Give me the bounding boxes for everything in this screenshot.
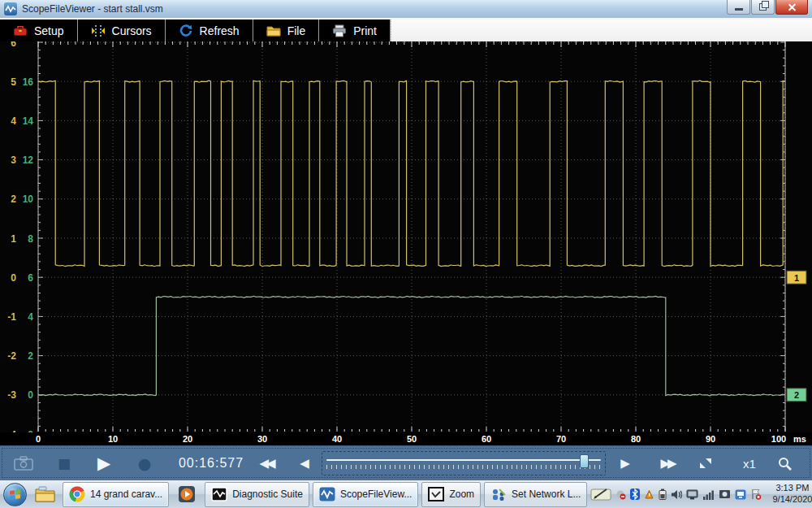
ch2-scale-label: 12 — [23, 154, 34, 166]
ch1-scale-label: 6 — [11, 41, 16, 49]
windows-logo-icon — [10, 489, 20, 500]
cursors-icon — [91, 24, 106, 37]
ch2-scale-label: 0 — [28, 389, 33, 401]
step-back-icon: ◀ — [300, 458, 309, 470]
taskbar: 14 grand carav... Diagnostic Suite Scope… — [0, 480, 812, 508]
record-button[interactable]: ● — [130, 446, 159, 480]
battery-icon[interactable] — [659, 488, 667, 500]
time-axis-unit: ms — [793, 434, 806, 444]
taskbar-button-network[interactable]: Set Network L... — [484, 482, 587, 507]
taskbar-label-zoom: Zoom — [449, 488, 474, 500]
clock-time: 3:13 PM — [772, 483, 812, 494]
slider-thumb[interactable] — [580, 454, 589, 468]
time-tick-label: 10 — [108, 434, 118, 444]
screen-capture-icon[interactable] — [719, 489, 731, 499]
step-forward-icon: ▶ — [620, 458, 630, 470]
signal-strength-icon[interactable] — [702, 489, 715, 500]
taskbar-button-chrome[interactable]: 14 grand carav... — [63, 482, 169, 507]
minimize-button[interactable] — [727, 0, 750, 15]
zoom-app-icon — [428, 487, 444, 501]
start-button[interactable] — [3, 483, 27, 506]
record-icon: ● — [138, 456, 152, 471]
ch1-scale-label: 2 — [11, 193, 16, 205]
zoom-factor[interactable]: x1 — [735, 446, 764, 480]
diagnostic-suite-icon — [211, 487, 227, 501]
snapshot-button[interactable] — [10, 446, 37, 480]
print-button[interactable]: Print — [319, 20, 391, 41]
toolbar-group: Setup Cursors Refresh — [0, 20, 391, 41]
zoom-tool-button[interactable] — [770, 446, 799, 480]
title-bar: ScopeFileViewer - start stall.vsm — [0, 0, 812, 20]
close-button[interactable] — [775, 0, 808, 15]
ch2-scale-label: 2 — [28, 350, 33, 362]
play-button[interactable]: ▶ — [88, 446, 120, 480]
step-back-button[interactable]: ◀ — [292, 446, 317, 480]
time-tick-label: 60 — [482, 434, 491, 444]
system-tray: 3:13 PM 9/14/2020 — [590, 483, 812, 506]
fast-forward-icon: ▶▶ — [660, 458, 674, 470]
toolbar-filler — [391, 20, 812, 41]
channel-2-badge-label: 2 — [794, 390, 799, 400]
fast-forward-button[interactable]: ▶▶ — [650, 446, 685, 480]
taskbar-clock[interactable]: 3:13 PM 9/14/2020 — [766, 483, 812, 506]
ch2-scale-label: 10 — [23, 193, 34, 205]
ch2-scale-label: 4 — [28, 311, 33, 323]
print-label: Print — [353, 24, 377, 37]
setup-button[interactable]: Setup — [0, 20, 78, 41]
time-tick-label: 0 — [36, 434, 41, 444]
playback-bar: ■ ▶ ● 00:16:577 ◀◀ ◀ ▶ ▶▶ x1 — [0, 445, 812, 480]
ch2-scale-label: 6 — [28, 272, 33, 284]
ch2-scale-label: 14 — [23, 115, 34, 127]
printer-icon — [332, 24, 347, 37]
position-slider[interactable] — [322, 451, 606, 475]
taskbar-label-diagnostic: Diagnostic Suite — [232, 488, 303, 500]
scope-plot[interactable]: 6543210-1-2-3-41614121086420-20102030405… — [0, 41, 812, 445]
cursors-button[interactable]: Cursors — [78, 20, 166, 41]
taskbar-label-scope: ScopeFileView... — [340, 488, 412, 500]
slider-track — [326, 459, 601, 461]
time-tick-label: 20 — [183, 434, 192, 444]
file-button[interactable]: File — [253, 20, 320, 41]
time-readout: 00:16:577 — [172, 446, 250, 480]
step-forward-button[interactable]: ▶ — [613, 446, 637, 480]
action-center-flag-icon[interactable] — [750, 488, 762, 500]
fit-screen-button[interactable] — [692, 446, 719, 480]
taskbar-button-scope[interactable]: ScopeFileView... — [313, 482, 419, 507]
restore-button[interactable] — [751, 0, 775, 15]
volume-icon[interactable] — [671, 489, 682, 500]
toolbox-icon — [13, 24, 28, 37]
bluetooth-icon[interactable] — [630, 488, 640, 500]
close-icon — [788, 2, 797, 11]
ch1-scale-label: 4 — [11, 115, 16, 127]
rewind-button[interactable]: ◀◀ — [250, 446, 283, 480]
file-label: File — [287, 24, 306, 37]
ch1-scale-label: -3 — [7, 389, 16, 401]
scope-file-viewer-window: ScopeFileViewer - start stall.vsm Setup — [0, 0, 812, 508]
refresh-button[interactable]: Refresh — [166, 20, 253, 41]
safely-remove-icon[interactable] — [615, 489, 626, 500]
cursors-label: Cursors — [112, 24, 152, 37]
clock-date: 9/14/2020 — [772, 494, 812, 506]
ch2-scale-label: 16 — [23, 76, 34, 88]
file-explorer-button[interactable] — [30, 482, 59, 507]
taskbar-button-zoom[interactable]: Zoom — [421, 482, 481, 507]
taskbar-label-chrome: 14 grand carav... — [90, 488, 162, 500]
refresh-icon — [179, 24, 193, 37]
taskbar-button-diagnostic[interactable]: Diagnostic Suite — [205, 482, 309, 507]
network-status-icon[interactable] — [735, 489, 746, 500]
ch1-scale-label: 5 — [11, 76, 16, 88]
play-icon: ▶ — [97, 455, 110, 472]
time-tick-label: 80 — [631, 434, 641, 444]
restore-icon — [759, 3, 767, 11]
rewind-icon: ◀◀ — [259, 458, 273, 470]
app-logo-icon — [4, 2, 17, 15]
pen-input-icon[interactable] — [590, 487, 611, 501]
ch1-scale-label: -1 — [7, 311, 16, 323]
ch1-scale-label: -2 — [7, 350, 16, 362]
display-icon[interactable] — [686, 489, 698, 500]
stop-button[interactable]: ■ — [50, 446, 78, 480]
update-notify-icon[interactable] — [644, 489, 654, 500]
media-player-icon — [178, 485, 196, 503]
media-player-button[interactable] — [172, 482, 201, 507]
fit-screen-icon — [698, 457, 713, 470]
